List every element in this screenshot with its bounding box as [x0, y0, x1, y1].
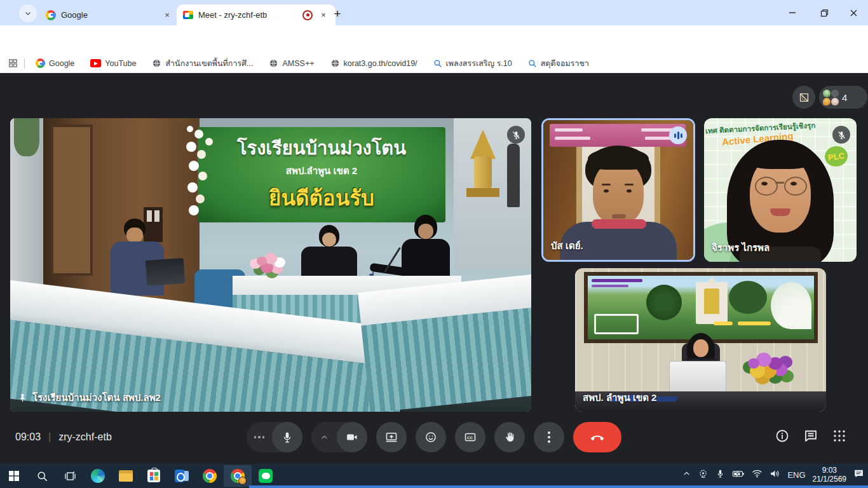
taskbar-outlook[interactable] — [168, 465, 196, 487]
peacock-topiary — [646, 285, 682, 320]
taskbar-search-button[interactable] — [28, 465, 56, 487]
banner-line2: สพป.ลำพูน เขต 2 — [198, 163, 445, 179]
call-controls: CC — [0, 422, 868, 452]
mic-off-icon — [512, 130, 521, 140]
bookmark-youtube[interactable]: YouTube — [85, 59, 141, 68]
bench — [594, 314, 639, 334]
leave-call-button[interactable] — [573, 422, 621, 452]
tab-meet[interactable]: Meet - zry-zchf-etb × — [177, 4, 336, 25]
tile-name-bar: บัส เดย์. — [551, 238, 583, 254]
svg-text:CC: CC — [467, 435, 473, 440]
video-tile-bas[interactable]: บัส เดย์. — [541, 118, 695, 262]
taskbar-edge[interactable] — [84, 465, 112, 487]
clock-time: 9:03 — [813, 466, 846, 475]
tray-battery-indicator[interactable] — [732, 469, 745, 481]
taskbar-store[interactable] — [140, 465, 168, 487]
recording-indicator-icon — [302, 10, 313, 20]
video-tile-jiraporn[interactable]: เทศ ติดตามการจัดการเรียนรู้เชิงรุก Activ… — [704, 118, 857, 262]
screen: Google × Meet - zry-zchf-etb × + — [0, 0, 868, 488]
bookmark-amss[interactable]: AMSS++ — [264, 58, 319, 68]
avatar — [823, 98, 831, 105]
browser-toolbar: meet.google.com/zry-zchf-etb G VM School… — [0, 25, 868, 54]
bookmark-song1[interactable]: เพลงสรรเสริญ ร.10 — [428, 57, 517, 70]
microphone-button[interactable] — [272, 422, 302, 452]
video-tile-main[interactable]: โรงเรียนบ้านม่วงโตน สพป.ลำพูน เขต 2 ยินด… — [10, 118, 531, 412]
raise-hand-button[interactable] — [494, 422, 525, 452]
bookmark-obec[interactable]: สำนักงานเขตพื้นที่การศึ... — [147, 57, 258, 70]
present-screen-button[interactable] — [376, 422, 407, 452]
minimize-icon — [789, 9, 796, 17]
restore-button[interactable] — [810, 0, 839, 25]
tab-title: Google — [61, 10, 156, 20]
flower-garland — [187, 126, 193, 132]
taskbar-chrome[interactable] — [196, 465, 224, 487]
white-peacock — [771, 282, 811, 329]
chevron-up-icon — [320, 433, 329, 442]
chevron-up-icon — [682, 470, 691, 478]
task-view-icon — [64, 470, 76, 482]
captions-button[interactable]: CC — [455, 422, 485, 452]
more-options-button[interactable] — [534, 422, 564, 452]
grid-view-off-button[interactable] — [792, 86, 815, 109]
tray-volume-indicator[interactable] — [770, 469, 780, 481]
tray-expand-button[interactable] — [682, 469, 691, 480]
tile-name-bar: สพป. ลำพูน เขต 2 — [583, 390, 656, 405]
videocam-icon — [346, 431, 358, 444]
taskbar-active-underline — [249, 485, 868, 488]
taskbar-clock[interactable]: 9:03 21/1/2569 — [813, 466, 846, 484]
participants-button[interactable]: 4 — [819, 86, 867, 109]
audio-options-icon[interactable] — [247, 436, 272, 438]
windows-logo-icon — [8, 470, 20, 482]
bookmark-song2[interactable]: สดุดีจอมราชา — [523, 57, 594, 70]
close-tab-icon[interactable]: × — [318, 10, 329, 21]
tab-search-chevron[interactable] — [19, 4, 37, 22]
avatar — [831, 90, 839, 97]
muted-microphone-indicator — [832, 126, 850, 144]
camera-button[interactable] — [337, 422, 367, 452]
bookmark-korat3[interactable]: korat3.go.th/covid19/ — [325, 58, 423, 68]
new-tab-button[interactable]: + — [329, 6, 346, 22]
start-button[interactable] — [0, 465, 28, 487]
apps-grid-icon[interactable] — [8, 58, 18, 69]
tab-google[interactable]: Google × — [39, 4, 179, 25]
muted-microphone-indicator — [507, 126, 525, 144]
search-icon — [433, 59, 442, 68]
speaker-icon — [770, 469, 780, 478]
system-tray: ENG 9:03 21/1/2569 — [682, 464, 864, 485]
bookmark-google[interactable]: Google — [31, 58, 79, 68]
action-center-button[interactable] — [853, 468, 864, 482]
taskbar-line[interactable] — [252, 465, 280, 487]
taskbar-file-explorer[interactable] — [112, 465, 140, 487]
video-options-icon[interactable] — [311, 433, 337, 442]
apps-grid-icon — [832, 428, 847, 444]
camera-button-group[interactable] — [311, 422, 367, 452]
video-tile-district[interactable]: สพป. ลำพูน เขต 2 — [575, 268, 826, 412]
meeting-details-button[interactable] — [775, 428, 790, 446]
battery-charging-icon — [732, 469, 745, 478]
globe-icon — [269, 58, 278, 68]
chat-button[interactable] — [803, 428, 818, 446]
tray-webcam-indicator[interactable] — [698, 468, 709, 482]
google-favicon-icon — [46, 10, 56, 20]
language-indicator[interactable]: ENG — [787, 470, 805, 480]
minimize-button[interactable] — [778, 0, 807, 25]
task-view-button[interactable] — [56, 465, 84, 487]
bookmark-label: AMSS++ — [282, 59, 314, 68]
close-window-button[interactable] — [839, 0, 868, 25]
present-screen-icon — [385, 431, 398, 444]
tray-wifi-indicator[interactable] — [752, 469, 763, 481]
laptop — [669, 361, 726, 395]
chrome-icon — [203, 469, 217, 483]
activities-button[interactable] — [832, 428, 847, 446]
school-banner: โรงเรียนบ้านม่วงโตน สพป.ลำพูน เขต 2 ยินด… — [198, 127, 445, 222]
reactions-button[interactable] — [416, 422, 446, 452]
windows-taskbar: ENG 9:03 21/1/2569 — [0, 464, 868, 488]
close-tab-icon[interactable]: × — [161, 10, 173, 21]
tray-microphone-indicator[interactable] — [715, 469, 725, 481]
statue — [507, 144, 520, 207]
tab-title: Meet - zry-zchf-etb — [198, 10, 297, 20]
tile-name: จิราพร ไกรพล — [712, 240, 770, 255]
outlook-icon — [175, 470, 189, 482]
taskbar-chrome-active[interactable] — [224, 465, 252, 487]
microphone-button-group[interactable] — [247, 422, 302, 452]
